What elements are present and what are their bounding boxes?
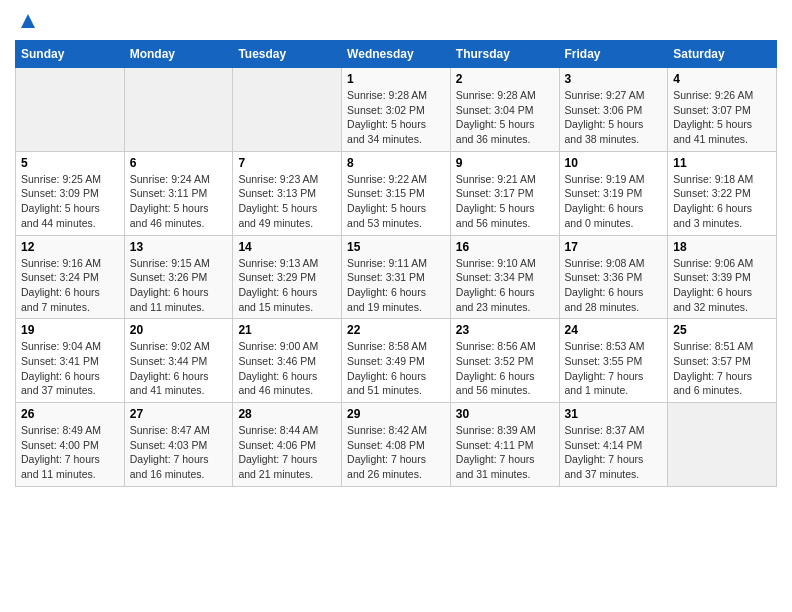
day-number: 27 (130, 407, 228, 421)
calendar-cell: 7Sunrise: 9:23 AM Sunset: 3:13 PM Daylig… (233, 151, 342, 235)
calendar-cell: 26Sunrise: 8:49 AM Sunset: 4:00 PM Dayli… (16, 403, 125, 487)
calendar-cell: 30Sunrise: 8:39 AM Sunset: 4:11 PM Dayli… (450, 403, 559, 487)
day-info: Sunrise: 9:21 AM Sunset: 3:17 PM Dayligh… (456, 172, 554, 231)
calendar-week-row: 1Sunrise: 9:28 AM Sunset: 3:02 PM Daylig… (16, 68, 777, 152)
calendar-week-row: 5Sunrise: 9:25 AM Sunset: 3:09 PM Daylig… (16, 151, 777, 235)
day-info: Sunrise: 8:47 AM Sunset: 4:03 PM Dayligh… (130, 423, 228, 482)
calendar-cell: 15Sunrise: 9:11 AM Sunset: 3:31 PM Dayli… (342, 235, 451, 319)
day-info: Sunrise: 9:28 AM Sunset: 3:04 PM Dayligh… (456, 88, 554, 147)
day-number: 28 (238, 407, 336, 421)
calendar-week-row: 19Sunrise: 9:04 AM Sunset: 3:41 PM Dayli… (16, 319, 777, 403)
day-number: 15 (347, 240, 445, 254)
day-info: Sunrise: 9:25 AM Sunset: 3:09 PM Dayligh… (21, 172, 119, 231)
day-number: 6 (130, 156, 228, 170)
day-number: 1 (347, 72, 445, 86)
day-info: Sunrise: 9:11 AM Sunset: 3:31 PM Dayligh… (347, 256, 445, 315)
calendar-cell: 16Sunrise: 9:10 AM Sunset: 3:34 PM Dayli… (450, 235, 559, 319)
day-info: Sunrise: 8:58 AM Sunset: 3:49 PM Dayligh… (347, 339, 445, 398)
day-number: 16 (456, 240, 554, 254)
day-info: Sunrise: 9:28 AM Sunset: 3:02 PM Dayligh… (347, 88, 445, 147)
day-number: 8 (347, 156, 445, 170)
day-number: 24 (565, 323, 663, 337)
day-info: Sunrise: 9:18 AM Sunset: 3:22 PM Dayligh… (673, 172, 771, 231)
day-info: Sunrise: 9:10 AM Sunset: 3:34 PM Dayligh… (456, 256, 554, 315)
calendar-cell: 9Sunrise: 9:21 AM Sunset: 3:17 PM Daylig… (450, 151, 559, 235)
day-info: Sunrise: 9:22 AM Sunset: 3:15 PM Dayligh… (347, 172, 445, 231)
day-number: 22 (347, 323, 445, 337)
day-info: Sunrise: 8:53 AM Sunset: 3:55 PM Dayligh… (565, 339, 663, 398)
page-header (15, 10, 777, 32)
day-info: Sunrise: 8:44 AM Sunset: 4:06 PM Dayligh… (238, 423, 336, 482)
day-number: 18 (673, 240, 771, 254)
day-number: 25 (673, 323, 771, 337)
day-number: 2 (456, 72, 554, 86)
day-number: 9 (456, 156, 554, 170)
weekday-header-tuesday: Tuesday (233, 41, 342, 68)
svg-marker-0 (21, 14, 35, 28)
day-info: Sunrise: 9:06 AM Sunset: 3:39 PM Dayligh… (673, 256, 771, 315)
calendar-cell: 19Sunrise: 9:04 AM Sunset: 3:41 PM Dayli… (16, 319, 125, 403)
day-info: Sunrise: 9:26 AM Sunset: 3:07 PM Dayligh… (673, 88, 771, 147)
calendar-cell (124, 68, 233, 152)
logo-icon (17, 10, 39, 32)
weekday-header-friday: Friday (559, 41, 668, 68)
calendar-cell: 2Sunrise: 9:28 AM Sunset: 3:04 PM Daylig… (450, 68, 559, 152)
calendar-week-row: 12Sunrise: 9:16 AM Sunset: 3:24 PM Dayli… (16, 235, 777, 319)
day-info: Sunrise: 8:42 AM Sunset: 4:08 PM Dayligh… (347, 423, 445, 482)
calendar-cell: 31Sunrise: 8:37 AM Sunset: 4:14 PM Dayli… (559, 403, 668, 487)
calendar-cell: 23Sunrise: 8:56 AM Sunset: 3:52 PM Dayli… (450, 319, 559, 403)
day-number: 23 (456, 323, 554, 337)
day-number: 14 (238, 240, 336, 254)
day-info: Sunrise: 8:56 AM Sunset: 3:52 PM Dayligh… (456, 339, 554, 398)
calendar-cell: 5Sunrise: 9:25 AM Sunset: 3:09 PM Daylig… (16, 151, 125, 235)
calendar-cell: 22Sunrise: 8:58 AM Sunset: 3:49 PM Dayli… (342, 319, 451, 403)
calendar-cell: 10Sunrise: 9:19 AM Sunset: 3:19 PM Dayli… (559, 151, 668, 235)
weekday-header-monday: Monday (124, 41, 233, 68)
calendar-cell: 11Sunrise: 9:18 AM Sunset: 3:22 PM Dayli… (668, 151, 777, 235)
day-info: Sunrise: 9:08 AM Sunset: 3:36 PM Dayligh… (565, 256, 663, 315)
day-number: 31 (565, 407, 663, 421)
day-number: 5 (21, 156, 119, 170)
weekday-header-saturday: Saturday (668, 41, 777, 68)
calendar-cell: 29Sunrise: 8:42 AM Sunset: 4:08 PM Dayli… (342, 403, 451, 487)
day-info: Sunrise: 9:02 AM Sunset: 3:44 PM Dayligh… (130, 339, 228, 398)
day-info: Sunrise: 8:37 AM Sunset: 4:14 PM Dayligh… (565, 423, 663, 482)
calendar-cell: 3Sunrise: 9:27 AM Sunset: 3:06 PM Daylig… (559, 68, 668, 152)
day-info: Sunrise: 9:23 AM Sunset: 3:13 PM Dayligh… (238, 172, 336, 231)
day-number: 3 (565, 72, 663, 86)
calendar-cell: 18Sunrise: 9:06 AM Sunset: 3:39 PM Dayli… (668, 235, 777, 319)
calendar-cell: 12Sunrise: 9:16 AM Sunset: 3:24 PM Dayli… (16, 235, 125, 319)
day-info: Sunrise: 9:16 AM Sunset: 3:24 PM Dayligh… (21, 256, 119, 315)
calendar-week-row: 26Sunrise: 8:49 AM Sunset: 4:00 PM Dayli… (16, 403, 777, 487)
calendar-cell: 1Sunrise: 9:28 AM Sunset: 3:02 PM Daylig… (342, 68, 451, 152)
weekday-header-sunday: Sunday (16, 41, 125, 68)
day-info: Sunrise: 8:39 AM Sunset: 4:11 PM Dayligh… (456, 423, 554, 482)
calendar-cell: 21Sunrise: 9:00 AM Sunset: 3:46 PM Dayli… (233, 319, 342, 403)
day-number: 20 (130, 323, 228, 337)
day-number: 26 (21, 407, 119, 421)
calendar-cell: 27Sunrise: 8:47 AM Sunset: 4:03 PM Dayli… (124, 403, 233, 487)
day-info: Sunrise: 9:13 AM Sunset: 3:29 PM Dayligh… (238, 256, 336, 315)
calendar-header-row: SundayMondayTuesdayWednesdayThursdayFrid… (16, 41, 777, 68)
calendar-cell: 13Sunrise: 9:15 AM Sunset: 3:26 PM Dayli… (124, 235, 233, 319)
day-number: 7 (238, 156, 336, 170)
calendar-body: 1Sunrise: 9:28 AM Sunset: 3:02 PM Daylig… (16, 68, 777, 487)
day-info: Sunrise: 9:19 AM Sunset: 3:19 PM Dayligh… (565, 172, 663, 231)
day-number: 10 (565, 156, 663, 170)
day-info: Sunrise: 8:49 AM Sunset: 4:00 PM Dayligh… (21, 423, 119, 482)
calendar-cell: 6Sunrise: 9:24 AM Sunset: 3:11 PM Daylig… (124, 151, 233, 235)
day-info: Sunrise: 9:04 AM Sunset: 3:41 PM Dayligh… (21, 339, 119, 398)
weekday-header-wednesday: Wednesday (342, 41, 451, 68)
calendar-cell: 14Sunrise: 9:13 AM Sunset: 3:29 PM Dayli… (233, 235, 342, 319)
day-number: 17 (565, 240, 663, 254)
day-number: 13 (130, 240, 228, 254)
day-info: Sunrise: 9:00 AM Sunset: 3:46 PM Dayligh… (238, 339, 336, 398)
calendar-cell: 17Sunrise: 9:08 AM Sunset: 3:36 PM Dayli… (559, 235, 668, 319)
day-number: 12 (21, 240, 119, 254)
calendar-table: SundayMondayTuesdayWednesdayThursdayFrid… (15, 40, 777, 487)
calendar-cell (233, 68, 342, 152)
day-info: Sunrise: 9:24 AM Sunset: 3:11 PM Dayligh… (130, 172, 228, 231)
day-number: 19 (21, 323, 119, 337)
day-number: 30 (456, 407, 554, 421)
day-number: 29 (347, 407, 445, 421)
